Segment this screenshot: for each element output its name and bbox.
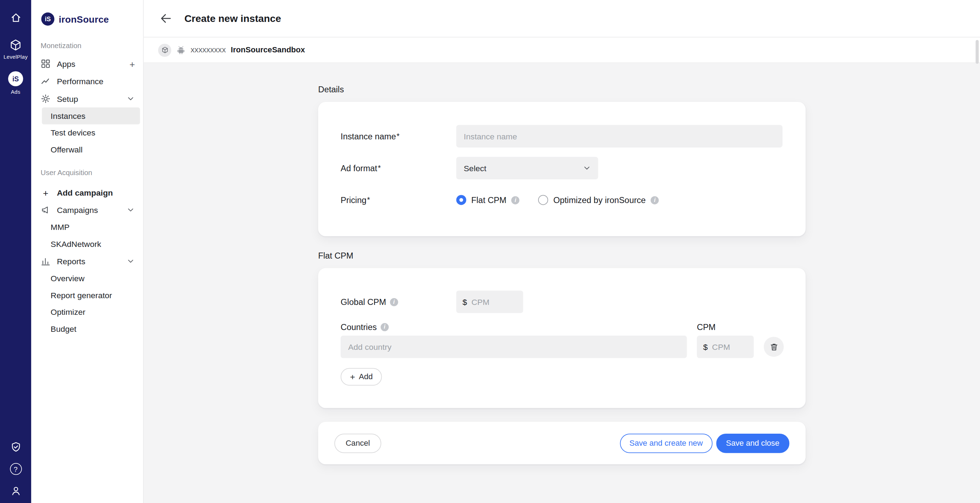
flat-cpm-section-title: Flat CPM	[318, 251, 806, 260]
plus-icon: +	[350, 372, 355, 381]
cpm-column-label: CPM	[697, 322, 754, 331]
details-card: Instance name* Ad format* Select	[318, 102, 806, 236]
sidebar-item-apps[interactable]: Apps +	[31, 55, 143, 72]
instance-name-input[interactable]	[457, 125, 783, 148]
save-and-close-button[interactable]: Save and close	[716, 433, 790, 453]
help-icon: ?	[10, 463, 22, 475]
add-button-label: Add	[359, 372, 372, 381]
sidebar-item-label: Optimizer	[51, 307, 85, 317]
app-id: xxxxxxxxx	[191, 46, 226, 54]
sidebar-item-overview[interactable]: Overview	[31, 270, 143, 287]
app-context-bar: xxxxxxxxx IronSourceSandbox	[144, 38, 980, 63]
add-app-button[interactable]: +	[129, 59, 135, 68]
ad-format-selected-value: Select	[464, 164, 487, 173]
sidebar-item-instances[interactable]: Instances	[42, 108, 140, 124]
sidebar-item-label: SKAdNetwork	[51, 239, 101, 249]
trash-icon	[768, 341, 779, 352]
apps-grid-icon	[41, 59, 51, 68]
countries-label: Countries i	[341, 322, 687, 331]
rail-levelplay-label: LevelPlay	[3, 54, 28, 60]
chevron-down-icon	[126, 94, 135, 103]
ad-format-label: Ad format*	[341, 164, 457, 173]
chevron-down-icon	[126, 205, 135, 214]
required-mark: *	[367, 195, 370, 204]
page-header: Create new instance	[144, 0, 980, 38]
sidebar-item-test-devices[interactable]: Test devices	[31, 124, 143, 142]
cube-icon	[161, 46, 169, 54]
sidebar-item-skadnetwork[interactable]: SKAdNetwork	[31, 236, 143, 253]
pricing-label: Pricing*	[341, 195, 457, 204]
scrollbar-thumb[interactable]	[976, 40, 979, 64]
optimized-radio-option[interactable]: Optimized by ironSource i	[538, 195, 659, 205]
product-rail: LevelPlay iS Ads ?	[0, 0, 31, 503]
shield-check-icon	[10, 441, 22, 453]
rail-privacy-button[interactable]	[10, 441, 22, 453]
add-country-row-button[interactable]: + Add	[341, 368, 382, 385]
gear-icon	[41, 94, 51, 103]
delete-row-button[interactable]	[764, 337, 784, 357]
instance-name-label: Instance name*	[341, 132, 457, 141]
cancel-button[interactable]: Cancel	[334, 433, 381, 453]
global-cpm-row: Global CPM i $	[341, 290, 783, 313]
details-section-title: Details	[318, 85, 806, 94]
megaphone-icon	[41, 205, 51, 215]
sidebar-item-optimizer[interactable]: Optimizer	[31, 304, 143, 321]
section-header-user-acquisition: User Acquisition	[31, 169, 143, 176]
sidebar-item-label: Budget	[51, 325, 76, 334]
info-icon[interactable]: i	[390, 298, 398, 306]
country-cpm-input[interactable]	[712, 342, 748, 351]
global-cpm-label: Global CPM i	[341, 297, 457, 306]
optimized-option-label: Optimized by ironSource	[553, 195, 646, 204]
back-button[interactable]	[159, 12, 172, 25]
sidebar-item-setup[interactable]: Setup	[31, 90, 143, 107]
countries-header-row: Countries i CPM	[341, 321, 783, 333]
global-cpm-input[interactable]	[471, 297, 517, 306]
rail-account-button[interactable]	[10, 485, 22, 497]
chevron-down-icon	[126, 257, 135, 266]
ironsource-badge-icon: iS	[8, 71, 23, 86]
page-title: Create new instance	[185, 13, 281, 24]
rail-bottom-group: ?	[10, 441, 22, 497]
instance-name-row: Instance name*	[341, 125, 783, 148]
radio-selected-icon	[457, 195, 466, 205]
rail-ads-label: Ads	[11, 89, 21, 95]
sidebar-item-reports[interactable]: Reports	[31, 253, 143, 270]
save-and-create-new-button[interactable]: Save and create new	[620, 433, 712, 453]
plus-icon: +	[41, 188, 51, 197]
primary-actions: Save and create new Save and close	[620, 433, 790, 453]
sidebar-item-label: Apps	[57, 59, 124, 68]
flat-cpm-card: Global CPM i $ Countries i CP	[318, 268, 806, 408]
required-mark: *	[396, 132, 399, 140]
sidebar-item-label: Test devices	[51, 128, 95, 137]
ironsource-wordmark: ironSource	[59, 13, 109, 24]
sidebar-item-campaigns[interactable]: Campaigns	[31, 201, 143, 219]
sidebar-item-offerwall[interactable]: Offerwall	[31, 141, 143, 158]
sidebar-item-budget[interactable]: Budget	[31, 320, 143, 337]
sidebar-item-label: Overview	[51, 274, 84, 283]
account-icon	[10, 485, 22, 497]
flat-cpm-option-label: Flat CPM	[471, 195, 506, 204]
sidebar-item-add-campaign[interactable]: + Add campaign	[31, 184, 143, 201]
info-icon[interactable]: i	[380, 323, 388, 331]
sidebar-item-performance[interactable]: Performance	[31, 73, 143, 90]
info-icon[interactable]: i	[651, 196, 659, 204]
sidebar-item-mmp[interactable]: MMP	[31, 219, 143, 236]
global-cpm-field: $	[457, 290, 523, 313]
ad-format-select[interactable]: Select	[457, 157, 598, 179]
sidebar-item-label: Reports	[57, 256, 120, 266]
sidebar-item-label: Setup	[57, 94, 120, 103]
brand-logo[interactable]: iS ironSource	[31, 0, 143, 38]
add-country-input[interactable]	[341, 336, 687, 358]
sidebar-item-label: Add campaign	[57, 188, 143, 197]
info-icon[interactable]: i	[512, 196, 520, 204]
sidebar-item-label: Instances	[51, 111, 85, 120]
rail-ads-button[interactable]: iS Ads	[8, 71, 23, 95]
currency-symbol: $	[703, 342, 708, 351]
rail-home-button[interactable]	[10, 12, 22, 24]
page-content: Details Instance name* Ad format* Select	[144, 63, 980, 503]
sidebar-item-report-generator[interactable]: Report generator	[31, 287, 143, 304]
flat-cpm-radio-option[interactable]: Flat CPM i	[457, 195, 520, 205]
sidebar-item-label: Report generator	[51, 290, 112, 299]
rail-levelplay-button[interactable]: LevelPlay	[3, 39, 28, 60]
rail-help-button[interactable]: ?	[10, 463, 22, 475]
